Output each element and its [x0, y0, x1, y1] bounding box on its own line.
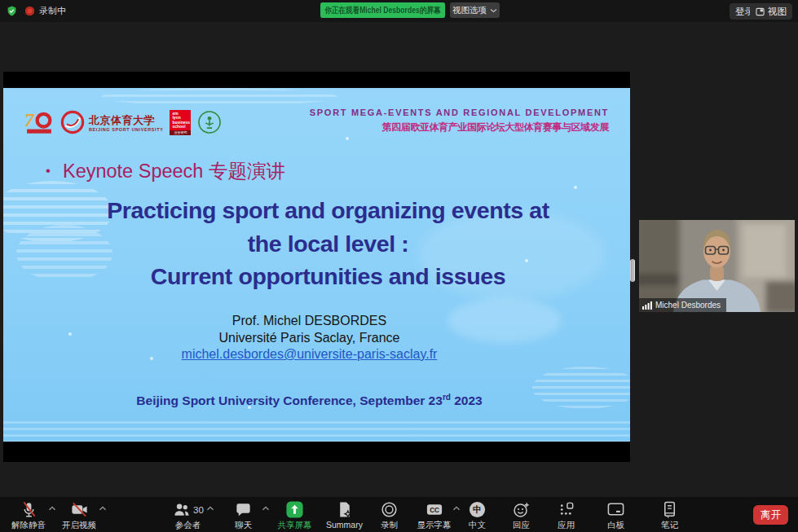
connection-bars-icon [642, 301, 652, 310]
chevron-down-icon [490, 8, 497, 13]
notes-icon [660, 500, 679, 519]
toolbar-item-share-screen[interactable]: 共享屏幕 [271, 497, 319, 532]
speaker-block: Prof. Michel DESBORDES Université Paris … [3, 313, 623, 363]
keynote-heading: • Keynote Speech 专题演讲 [46, 158, 285, 184]
participants-icon: 30 [172, 500, 204, 519]
leave-button[interactable]: 离开 [753, 505, 788, 525]
toolbar-item-language[interactable]: 中中文 [453, 497, 501, 532]
conference-title-zh: 第四届欧亚体育产业国际论坛大型体育赛事与区域发展 [310, 121, 609, 134]
speaker-name: Prof. Michel DESBORDES [3, 313, 623, 330]
toolbar-item-summary[interactable]: Summary [320, 497, 368, 532]
security-shield-icon[interactable] [7, 6, 17, 16]
participant-name-tag: Michel Desbordes [639, 298, 726, 312]
toolbar-item-notes[interactable]: 笔记 [646, 497, 694, 532]
slide-footer: Beijing Sport University Conference, Sep… [3, 393, 623, 408]
svg-text:中: 中 [473, 504, 482, 514]
chat-icon [234, 500, 253, 519]
toolbar-item-reactions[interactable]: 回应 [497, 497, 545, 532]
video-off-icon [70, 500, 89, 519]
recording-status: 录制中 [39, 0, 66, 22]
toolbar-item-whiteboard[interactable]: 白板 [592, 497, 640, 532]
whiteboard-icon [606, 500, 625, 519]
participant-video[interactable]: Michel Desbordes [639, 220, 795, 312]
zoom-window: 录制中 你正在观看Michel Desbordes的屏幕 视图选项 登录 视图 [0, 0, 798, 532]
logo-row: 7 北京体育大学 BEIJING SPORT UNIVERSITY [24, 106, 222, 138]
emlyon-business-school-logo: emlyonbusinessschool 业务研究 [170, 110, 191, 135]
beijing-sport-university-logo: 北京体育大学 BEIJING SPORT UNIVERSITY [60, 110, 163, 134]
toolbar-item-captions[interactable]: CC显示字幕 [410, 497, 458, 532]
bsu-emblem-icon [60, 110, 85, 134]
summary-icon [335, 500, 354, 519]
caret-up-icon[interactable] [262, 506, 270, 511]
slide-title: Practicing sport and organizing events a… [31, 194, 625, 293]
toolbar-item-chat[interactable]: 聊天 [219, 497, 267, 532]
svg-text:CC: CC [430, 507, 439, 514]
conference-title-block: SPORT MEGA-EVENTS AND REGIONAL DEVELOPME… [310, 108, 609, 134]
green-institute-logo [197, 110, 222, 134]
view-grid-icon [756, 7, 765, 16]
caret-up-icon[interactable] [206, 506, 214, 511]
reactions-icon [512, 500, 531, 519]
view-button[interactable]: 视图 [750, 3, 792, 20]
shared-screen: 7 北京体育大学 BEIJING SPORT UNIVERSITY [3, 72, 630, 462]
svg-text:7: 7 [24, 109, 35, 130]
caret-up-icon[interactable] [99, 506, 107, 511]
bullet: • [46, 163, 51, 179]
toolbar-item-video-off[interactable]: 开启视频 [54, 497, 104, 532]
toolbar-item-mic-off[interactable]: 解除静音 [3, 497, 54, 532]
speaker-affiliation: Université Paris Saclay, France [3, 330, 623, 347]
toolbar-item-participants[interactable]: 30参会者 [164, 497, 212, 532]
top-bar: 录制中 你正在观看Michel Desbordes的屏幕 视图选项 登录 视图 [0, 0, 798, 22]
meeting-stage: 7 北京体育大学 BEIJING SPORT UNIVERSITY [0, 22, 798, 497]
captions-icon: CC [425, 500, 444, 519]
participant-count: 30 [193, 505, 204, 515]
bsu-70th-anniversary-logo: 7 [24, 106, 54, 138]
meeting-toolbar: 解除静音开启视频 30参会者聊天共享屏幕Summary录制CC显示字幕中中文回应… [0, 497, 798, 532]
apps-icon [557, 500, 575, 519]
share-screen-icon [285, 500, 304, 519]
toolbar-item-apps[interactable]: 应用 [542, 497, 590, 532]
language-icon: 中 [468, 500, 487, 519]
viewing-screen-banner: 你正在观看Michel Desbordes的屏幕 [320, 2, 445, 18]
speaker-email-link[interactable]: michel.desbordes@universite-paris-saclay… [182, 347, 438, 361]
view-options-button[interactable]: 视图选项 [450, 2, 500, 18]
conference-title-en: SPORT MEGA-EVENTS AND REGIONAL DEVELOPME… [310, 108, 609, 117]
toolbar-item-record[interactable]: 录制 [365, 497, 413, 532]
mic-off-icon [20, 500, 38, 519]
record-icon [380, 500, 399, 519]
presentation-slide: 7 北京体育大学 BEIJING SPORT UNIVERSITY [3, 88, 630, 442]
panel-resize-handle[interactable] [630, 259, 635, 282]
recording-indicator-icon[interactable] [25, 7, 34, 15]
